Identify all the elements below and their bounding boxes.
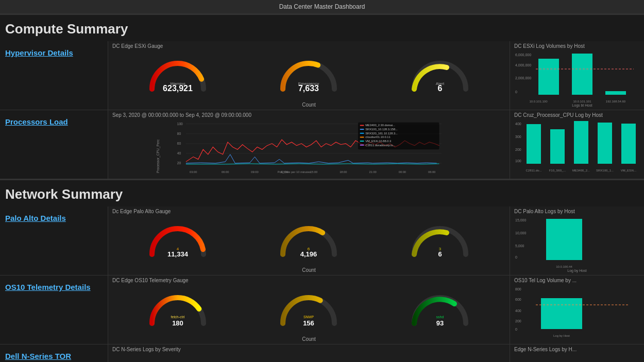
svg-text:sshd: sshd xyxy=(436,315,444,319)
hypervisor-link[interactable]: Hypervisor Details xyxy=(5,48,73,57)
svg-text:300: 300 xyxy=(515,135,521,139)
svg-text:7,633: 7,633 xyxy=(298,84,319,93)
palo-alto-bar-panel: DC Palo Alto Logs by Host 15,000 10,000 … xyxy=(510,206,644,275)
svg-text:800: 800 xyxy=(515,287,521,291)
svg-text:21:00: 21:00 xyxy=(369,170,376,174)
svg-rect-44 xyxy=(360,133,364,134)
svg-text:156: 156 xyxy=(303,319,315,327)
palo-alto-link[interactable]: Palo Alto Details xyxy=(5,214,66,222)
svg-text:15,000: 15,000 xyxy=(515,218,527,222)
processors-bar-svg: 400 300 200 100 C2811.do... F10_S60_... … xyxy=(514,120,640,177)
svg-text:80: 80 xyxy=(177,132,181,135)
svg-text:fetch-ctrl: fetch-ctrl xyxy=(171,315,185,319)
svg-text:03:00: 03:00 xyxy=(190,170,197,174)
svg-rect-61 xyxy=(621,124,636,164)
dell-nseries-link[interactable]: Dell N-Series TOR xyxy=(5,352,71,360)
palo-alto-count-label: Count xyxy=(112,267,505,273)
svg-text:00:00: 00:00 xyxy=(399,170,406,174)
alert-gauge: Alert 6 xyxy=(404,58,476,94)
palo-alto-bar-title: DC Palo Alto Logs by Host xyxy=(514,209,640,214)
svg-text:C2811.do...: C2811.do... xyxy=(526,169,541,172)
os10-gauge-panel: DC Edge OS10 Telemetry Gauge xyxy=(108,275,510,344)
palo-alto-gauge-row: 4 11,334 xyxy=(112,216,505,266)
processors-link[interactable]: Processors Load xyxy=(5,117,68,126)
svg-text:4,000,000: 4,000,000 xyxy=(515,63,531,67)
hypervisor-bar-title: DC ESXi Log Volumes by Host xyxy=(514,43,640,49)
emergency-gauge: Emergency 7,633 xyxy=(273,58,345,94)
os10-bar-title: OS10 Tel Log Volume by ... xyxy=(514,278,640,283)
svg-text:10.0.101.101: 10.0.101.101 xyxy=(573,100,591,103)
svg-rect-10 xyxy=(538,59,559,95)
svg-rect-11 xyxy=(572,54,592,95)
dell-nseries-gauge-row xyxy=(112,354,505,362)
os10-gauge-2: SNMP 156 xyxy=(273,292,345,329)
svg-text:11,334: 11,334 xyxy=(167,250,189,258)
svg-text:40: 40 xyxy=(177,151,181,155)
svg-text:SRX100_1...: SRX100_1... xyxy=(596,169,614,172)
svg-rect-77 xyxy=(546,219,582,260)
hypervisor-count-label: Count xyxy=(112,102,505,108)
svg-text:200: 200 xyxy=(515,148,521,151)
svg-text:ME3400_2.30.domai...: ME3400_2.30.domai... xyxy=(365,124,395,127)
os10-count-label: Count xyxy=(112,336,505,342)
os10-link[interactable]: OS10 Telemetry Details xyxy=(5,283,91,291)
network-summary-heading: Network Summary xyxy=(0,180,644,206)
svg-text:6,000,000: 6,000,000 xyxy=(515,53,531,57)
svg-text:SRX320_161.10.128.3...: SRX320_161.10.128.3... xyxy=(365,132,398,135)
svg-text:2,000,000: 2,000,000 xyxy=(515,76,531,80)
warning-gauge-svg: Warning 623,921 xyxy=(147,58,209,94)
hypervisor-bar-svg: 6,000,000 4,000,000 2,000,000 0 10.0.101… xyxy=(514,51,640,108)
svg-text:0: 0 xyxy=(515,327,517,331)
svg-text:ME3400_2...: ME3400_2... xyxy=(572,169,590,172)
palo-alto-gauge-3: 3 6 xyxy=(404,223,476,260)
svg-text:Logs bt Host: Logs bt Host xyxy=(572,104,592,108)
svg-text:06:00: 06:00 xyxy=(428,170,435,174)
processors-bar-area: 400 300 200 100 C2811.do... F10_S60_... … xyxy=(514,120,640,177)
os10-bar-svg: 800 600 400 200 0 Log by Host xyxy=(514,285,640,342)
compute-summary-section: Compute Summary Hypervisor Details DC Ed… xyxy=(0,14,644,179)
hypervisor-gauge-row: Warning 623,921 xyxy=(112,51,505,101)
os10-gauge-1: fetch-ctrl 180 xyxy=(142,292,214,329)
svg-text:15:00: 15:00 xyxy=(310,170,317,174)
svg-text:623,921: 623,921 xyxy=(163,84,193,93)
os10-gauge-3: sshd 93 xyxy=(404,292,476,329)
os10-label: OS10 Telemetry Details xyxy=(0,275,108,344)
os10-gauge-title: DC Edge OS10 Telemetry Gauge xyxy=(112,278,505,283)
svg-text:600: 600 xyxy=(515,298,521,301)
os10-row: OS10 Telemetry Details DC Edge OS10 Tele… xyxy=(0,275,644,344)
svg-rect-46 xyxy=(360,136,364,137)
svg-text:Max Processor_CPU_Perc: Max Processor_CPU_Perc xyxy=(156,139,160,174)
svg-rect-59 xyxy=(574,121,588,164)
svg-rect-48 xyxy=(360,141,364,142)
svg-text:SRX100_10.128.3.158...: SRX100_10.128.3.158... xyxy=(365,128,398,131)
palo-alto-gauge-panel: Dc Edge Palo Alto Gauge xyxy=(108,206,510,275)
svg-text:0: 0 xyxy=(515,90,517,94)
svg-text:cloudsvr01.10.0.11: cloudsvr01.10.0.11 xyxy=(365,135,390,139)
svg-text:93: 93 xyxy=(436,319,444,327)
processors-line-svg: 100 80 60 40 20 Max Processor_CPU_Perc xyxy=(112,120,505,174)
processors-line-title: Sep 3, 2020 @ 00:00:00.000 to Sep 4, 202… xyxy=(112,112,505,118)
svg-text:10.0.101.100: 10.0.101.100 xyxy=(529,100,548,103)
dell-bar-area: Host xyxy=(514,354,640,362)
compute-summary-heading: Compute Summary xyxy=(0,15,644,41)
svg-text:18:00: 18:00 xyxy=(340,170,347,174)
svg-text:192.168.54.60: 192.168.54.60 xyxy=(606,100,626,103)
svg-text:VM_ESXi.10.88.0.3: VM_ESXi.10.88.0.3 xyxy=(365,140,391,143)
dell-bar-title: Edge N-Series Logs by H... xyxy=(514,347,640,352)
svg-text:10.0.100.44: 10.0.100.44 xyxy=(556,265,572,268)
svg-text:F10_S60_...: F10_S60_... xyxy=(549,169,566,172)
svg-text:Log by Host: Log by Host xyxy=(553,334,570,337)
svg-text:C2811.doradocorp.lo...: C2811.doradocorp.lo... xyxy=(365,144,396,147)
svg-text:Poll_Date per 10 minutes: Poll_Date per 10 minutes xyxy=(278,170,311,174)
dell-nseries-gauge-title: DC N-Series Logs by Severity xyxy=(112,347,505,352)
processors-bar-chart-panel: DC Cruz_Processor_CPU Log by Host 400 30… xyxy=(510,110,644,179)
processors-line-chart-panel: Sep 3, 2020 @ 00:00:00.000 to Sep 4, 202… xyxy=(108,110,510,179)
processors-label: Processors Load xyxy=(0,110,108,179)
dell-bar-panel: Edge N-Series Logs by H... Host xyxy=(510,344,644,362)
svg-text:400: 400 xyxy=(515,122,521,126)
svg-text:4,196: 4,196 xyxy=(300,250,317,258)
dell-nseries-label: Dell N-Series TOR xyxy=(0,344,108,362)
svg-rect-12 xyxy=(605,91,626,95)
svg-text:0: 0 xyxy=(515,255,517,259)
svg-rect-50 xyxy=(360,145,364,146)
